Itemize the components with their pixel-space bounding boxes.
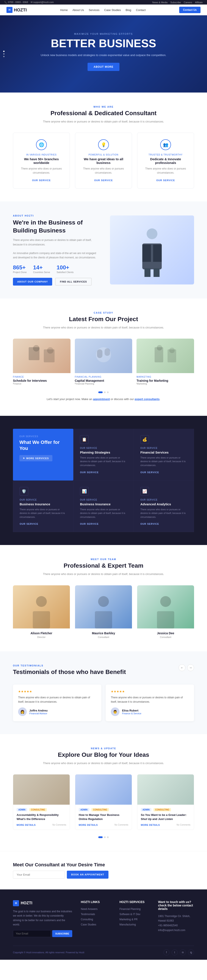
social-instagram-icon[interactable]: ig (188, 950, 194, 955)
footer-link-cases[interactable]: Case Studies (81, 923, 96, 926)
testi-header-text: OUR TESTIMONIALS Testimonials of those w… (13, 664, 126, 678)
blog-label: NEWS & UPDATE (13, 747, 194, 750)
blog-cdot-3[interactable] (107, 836, 109, 838)
blog-post-title-3: So You Want to be a Great Leader: Shut U… (141, 813, 190, 821)
nav-contact[interactable]: Contact (136, 8, 146, 12)
prof-card-icon-2: 💡 (98, 139, 109, 150)
prof-card-link-3[interactable]: OUR SERVICE (156, 179, 175, 181)
topbar-link-careers[interactable]: Careers (184, 1, 192, 4)
blog-stats-3: No Comments (177, 824, 190, 826)
blog-cdot-1[interactable] (98, 836, 103, 838)
bizins1-link[interactable]: OUR SERVICE (20, 523, 38, 525)
cta-email-input[interactable] (13, 871, 65, 879)
prof-card-link-1[interactable]: OUR SERVICE (32, 179, 51, 181)
social-linkedin-icon[interactable]: in (180, 950, 186, 955)
logo[interactable]: H HOZTI (6, 7, 27, 13)
about-label: ABOUT HOZTI (13, 215, 97, 217)
blog-tag-1: ADMIN (17, 808, 27, 811)
analytics-link[interactable]: OUR SERVICE (140, 523, 159, 525)
services-more-button[interactable]: ➤ MORE SERVICES (19, 455, 53, 461)
prof-card-1: 🌐 In Various Industries We have 50+ bran… (13, 133, 70, 188)
footer-link-manufacturing[interactable]: Manufacturing (119, 923, 136, 926)
hero-dot-2 (3, 53, 5, 54)
planning-text: There anyone who does or pursues or desi… (80, 456, 127, 467)
prof-card-icon-3: 👥 (160, 139, 171, 150)
appointment-link[interactable]: appointment (93, 398, 110, 401)
proj-title-3: Training for Marketing (137, 379, 194, 382)
topbar-link-affiliate[interactable]: Affiliate (195, 1, 203, 4)
services-card-planning: 📋 OUR SERVICE Planning Strategies There … (73, 429, 134, 480)
blog-consulting-tag-3: CONSULTING (153, 808, 171, 811)
nav-home[interactable]: Home (60, 8, 68, 12)
financial-label: OUR SERVICE (140, 447, 188, 449)
about-btn-services[interactable]: FIND ALL SERVICES (55, 278, 92, 286)
stat-label-3: Satisfied Clients (56, 271, 73, 274)
footer-link-financial[interactable]: Financial Planning (119, 908, 140, 910)
team-section: MEET OUR TEAM Professional & Expert Team… (0, 545, 207, 651)
footer-subscribe-button[interactable]: SUBSCRIBE (52, 930, 72, 937)
proj-img-3 (137, 339, 194, 373)
svg-rect-4 (145, 268, 151, 277)
logo-text: HOZTI (14, 8, 27, 13)
services-card-financial: 💰 OUR SERVICE Financial Services There a… (134, 429, 194, 480)
blog-link-2[interactable]: MORE DETAILS (79, 824, 98, 826)
social-twitter-icon[interactable]: t (172, 950, 178, 955)
professional-section: WHO WE ARE Professional & Dedicated Cons… (0, 92, 207, 201)
nav-blog[interactable]: Blog (126, 8, 131, 12)
testi-author-2: 👨 Elisa Rubert Finance & Service (111, 707, 189, 716)
team-name-2: Maurice Barkley (75, 632, 132, 635)
proj-label-2: Financial Planning (75, 376, 132, 378)
social-facebook-icon[interactable]: f (164, 950, 169, 955)
blog-img-2 (75, 775, 132, 805)
testi-next-button[interactable]: → (187, 664, 194, 671)
cta-book-button[interactable]: BOOK AN APPOINTMENT (67, 871, 108, 879)
hero-cta-button[interactable]: ABOUT MORE (88, 63, 119, 71)
bizins1-text: There anyone who does or pursues or desi… (20, 508, 67, 519)
footer-link-answers[interactable]: Need Answers (81, 908, 97, 910)
blog-link-1[interactable]: MORE DETAILS (17, 824, 36, 826)
topbar-link-subscribe[interactable]: Subscribe (170, 1, 181, 4)
proj-img-2 (75, 339, 132, 373)
blog-cdot-2[interactable] (104, 836, 106, 838)
bizins1-icon: 🛡️ (20, 487, 28, 496)
topbar-link-news[interactable]: News & Media (152, 1, 167, 4)
blog-footer-3: MORE DETAILS No Comments (141, 824, 190, 826)
cdot-2[interactable] (104, 391, 106, 393)
stat-label-2: Countries Serve (33, 271, 50, 274)
blog-post-title-2: How to Manage Your Business Online Regul… (79, 813, 128, 821)
testi-text-1: There anyone who does or pursues or desi… (18, 695, 96, 704)
financial-link[interactable]: OUR SERVICE (140, 471, 159, 474)
bizins2-link[interactable]: OUR SERVICE (80, 523, 99, 525)
nav-services[interactable]: Services (89, 8, 99, 12)
nav-about[interactable]: About Us (72, 8, 84, 12)
proj-cta: Let's start your project now. Make an ap… (13, 393, 194, 403)
blog-consulting-tag-1: CONSULTING (29, 808, 47, 811)
top-bar: 📞 0700 - 6969 - 6968 ✉ support@hozti.com… (0, 0, 207, 5)
hero-small-text: Maximize Your Marketing Efforts (41, 33, 166, 35)
stat-2: 14+ Countries Serve (33, 264, 50, 274)
nav-cta-button[interactable]: Contact Us (179, 7, 201, 13)
footer-link-software[interactable]: Software & IT Dev (119, 913, 140, 916)
analytics-label: OUR SERVICE (140, 499, 188, 501)
svg-rect-19 (98, 596, 109, 607)
prof-card-link-2[interactable]: OUR SERVICE (94, 179, 113, 181)
cdot-3[interactable] (107, 391, 109, 393)
prof-card-icon-1: 🌐 (36, 139, 47, 150)
expert-link[interactable]: expert consultants (135, 398, 159, 401)
planning-link[interactable]: OUR SERVICE (80, 471, 99, 474)
footer-link-testimonials[interactable]: Testimonials (81, 913, 95, 916)
footer-link-consulting[interactable]: Consulting (81, 918, 93, 921)
prof-card-label-2: Powerful & Solution (80, 154, 127, 156)
nav-cases[interactable]: Case Studies (104, 8, 121, 12)
professional-cards: 🌐 In Various Industries We have 50+ bran… (13, 133, 194, 188)
prof-card-3: 👥 Trusted & Trustworthy Dedicate & Innov… (137, 133, 194, 188)
services-what-label: OUR SERVICES (19, 435, 67, 438)
blog-link-3[interactable]: MORE DETAILS (141, 824, 160, 826)
footer-email-input[interactable] (13, 930, 51, 937)
testi-stars-1: ★★★★★ (18, 690, 96, 693)
testi-prev-button[interactable]: ← (178, 664, 185, 671)
footer-link-marketing[interactable]: Marketing & PR (119, 918, 138, 921)
cdot-1[interactable] (98, 391, 103, 393)
about-btn-company[interactable]: ABOUT OUR COMPANY (13, 278, 52, 286)
prof-card-text-3: There anyone who does or pursues circums… (143, 167, 189, 175)
